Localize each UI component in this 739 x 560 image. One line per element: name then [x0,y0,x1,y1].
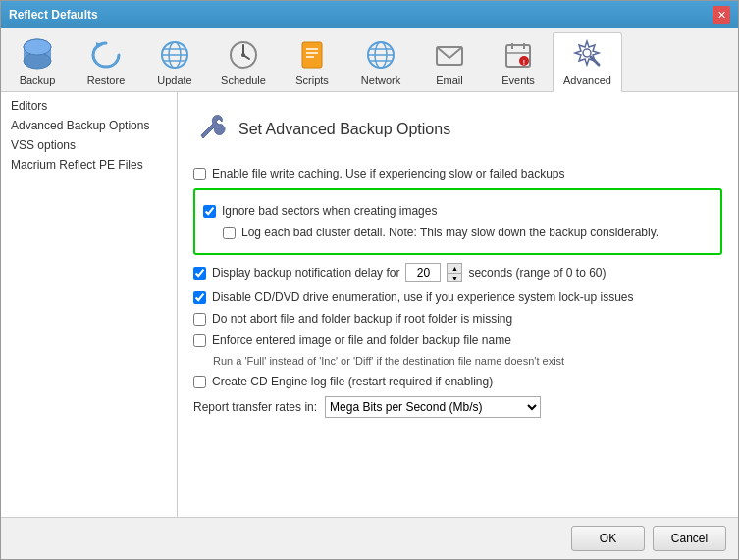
sidebar: Editors Advanced Backup Options VSS opti… [1,92,178,517]
label-report-transfer: Report transfer rates in: [193,400,317,414]
checkbox-enforce-image[interactable] [193,334,206,347]
spinbox-delay[interactable] [405,263,441,282]
spin-down[interactable]: ▼ [447,273,462,282]
svg-point-3 [24,39,51,55]
schedule-label: Schedule [221,75,266,86]
wrench-icon [193,108,229,151]
option-do-not-abort: Do not abort file and folder backup if r… [193,312,722,326]
advanced-label: Advanced [563,75,611,86]
option-create-log: Create CD Engine log file (restart requi… [193,375,722,388]
svg-text:!: ! [523,59,525,66]
title-bar-controls: ✕ [713,6,730,24]
main-panel: Set Advanced Backup Options Enable file … [178,92,738,517]
network-label: Network [361,75,400,86]
update-icon [157,37,192,73]
cancel-button[interactable]: Cancel [653,526,726,551]
checkbox-ignore-bad-sectors[interactable] [203,205,216,218]
toolbar-item-network[interactable]: Network [346,32,415,91]
scripts-label: Scripts [295,75,329,86]
label-log-bad-cluster: Log each bad cluster detail. Note: This … [241,226,659,239]
sidebar-item-advanced-backup-options[interactable]: Advanced Backup Options [1,116,177,135]
content-area: Editors Advanced Backup Options VSS opti… [1,92,738,517]
main-window: Reflect Defaults ✕ Backup [0,0,739,560]
backup-icon [20,37,55,73]
label-enforce-image: Enforce entered image or file and folder… [212,333,511,347]
window-title: Reflect Defaults [9,8,98,22]
svg-point-13 [241,53,245,57]
dropdown-transfer-rates[interactable]: Mega Bits per Second (Mb/s) Mega Bytes p… [325,396,541,418]
advanced-icon [569,37,605,73]
label-create-log: Create CD Engine log file (restart requi… [212,375,493,388]
option-file-write-caching: Enable file write caching. Use if experi… [193,167,722,180]
toolbar-item-email[interactable]: Email [415,32,484,91]
label-delay-suffix: seconds (range of 0 to 60) [468,266,606,280]
events-icon: ! [501,37,536,73]
events-label: Events [501,75,535,86]
restore-label: Restore [87,75,126,86]
checkbox-disable-cddvd[interactable] [193,291,206,304]
sidebar-item-editors[interactable]: Editors [1,96,177,116]
toolbar-item-restore[interactable]: Restore [72,32,140,91]
scripts-icon [294,37,330,73]
option-ignore-bad-sectors: Ignore bad sectors when creating images [203,204,713,218]
option-enforce-image: Enforce entered image or file and folder… [193,333,722,367]
spin-arrows: ▲ ▼ [447,263,462,282]
checkbox-log-bad-cluster[interactable] [223,227,236,239]
checkbox-create-log[interactable] [193,376,206,388]
footer: OK Cancel [1,517,738,559]
toolbar-item-update[interactable]: Update [140,32,209,91]
toolbar-item-scripts[interactable]: Scripts [278,32,346,91]
checkbox-do-not-abort[interactable] [193,313,206,326]
backup-label: Backup [20,75,56,86]
network-icon [363,37,398,73]
sidebar-item-macrium-pe-files[interactable]: Macrium Reflect PE Files [1,155,177,175]
email-icon [432,37,467,73]
enforce-image-note: Run a 'Full' instead of 'Inc' or 'Diff' … [213,355,722,367]
label-file-write-caching: Enable file write caching. Use if experi… [212,167,565,180]
svg-point-30 [583,49,591,57]
spin-up[interactable]: ▲ [447,263,462,273]
close-button[interactable]: ✕ [713,6,730,24]
label-disable-cddvd: Disable CD/DVD drive enumeration, use if… [212,290,634,304]
title-bar: Reflect Defaults ✕ [1,1,738,28]
checkbox-file-write-caching[interactable] [193,168,206,180]
ok-button[interactable]: OK [571,526,645,551]
label-ignore-bad-sectors: Ignore bad sectors when creating images [222,204,437,218]
option-report-transfer: Report transfer rates in: Mega Bits per … [193,396,722,418]
option-backup-notification: Display backup notification delay for ▲ … [193,263,722,282]
panel-header: Set Advanced Backup Options [193,108,722,151]
toolbar: Backup Restore Update [1,28,738,92]
toolbar-item-advanced[interactable]: Advanced [553,32,622,92]
restore-icon [88,37,124,73]
toolbar-item-events[interactable]: ! Events [484,32,553,91]
email-label: Email [436,75,463,86]
toolbar-item-backup[interactable]: Backup [3,32,72,91]
highlight-box: Ignore bad sectors when creating images … [193,188,722,255]
schedule-icon [226,37,261,73]
sidebar-item-vss-options[interactable]: VSS options [1,135,177,155]
label-backup-notification: Display backup notification delay for [212,266,399,280]
checkbox-backup-notification[interactable] [193,267,206,280]
label-do-not-abort: Do not abort file and folder backup if r… [212,312,512,326]
panel-title: Set Advanced Backup Options [238,121,450,138]
option-log-bad-cluster: Log each bad cluster detail. Note: This … [223,226,713,239]
toolbar-item-schedule[interactable]: Schedule [209,32,278,91]
option-disable-cddvd: Disable CD/DVD drive enumeration, use if… [193,290,722,304]
svg-rect-14 [302,42,322,68]
update-label: Update [157,75,191,86]
